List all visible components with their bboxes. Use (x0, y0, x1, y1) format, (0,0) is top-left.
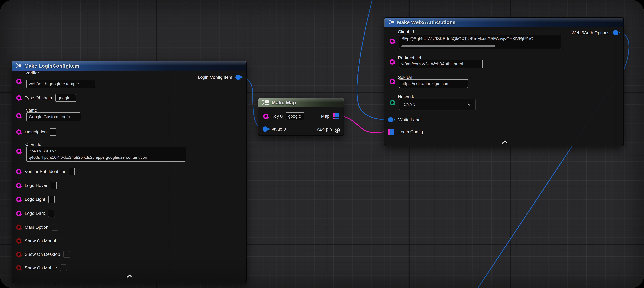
show-on-mobile-checkbox[interactable] (60, 264, 67, 271)
client-id-scrollbar[interactable] (402, 45, 495, 47)
node-header[interactable]: Make Web3AuthOptions (384, 18, 624, 27)
client-id-pin[interactable] (390, 39, 395, 44)
show-on-modal-checkbox[interactable] (59, 237, 66, 244)
white-label-pin[interactable] (388, 117, 393, 123)
value0-label: Value 0 (272, 127, 286, 132)
verifier-value-box[interactable]: web3auth-google-example (26, 80, 95, 88)
client-id-value-box[interactable]: BEglQSgt4cUWcj6SKRdu5QkOXTsePmMcusG5EAoy… (399, 35, 561, 49)
show-on-desktop-pin[interactable] (16, 252, 21, 257)
logo-light-label: Logo Light (25, 197, 45, 202)
network-pin[interactable] (390, 100, 395, 105)
logo-light-value-box[interactable] (48, 196, 54, 203)
main-option-label: Main Option (25, 225, 48, 230)
add-pin-button[interactable] (334, 127, 340, 134)
node-header[interactable]: Make LoginConfigItem (12, 61, 246, 71)
node-title: Make Map (272, 100, 296, 105)
show-on-desktop-label: Show On Desktop (25, 252, 60, 257)
verifier-sub-identifier-label: Verifier Sub Identifier (25, 169, 65, 174)
main-option-checkbox[interactable] (52, 224, 58, 231)
logo-dark-label: Logo Dark (25, 211, 45, 216)
make-map-icon (262, 99, 269, 106)
make-struct-icon (15, 63, 22, 69)
blueprint-graph-canvas[interactable]: Make LoginConfigItem Login Config Item V… (0, 0, 644, 288)
show-on-modal-label: Show On Modal (25, 238, 56, 243)
wire-map-to-loginconfig[interactable] (340, 116, 388, 133)
description-pin[interactable] (16, 129, 21, 135)
type-of-login-label: Type Of Login (25, 95, 52, 100)
redirect-url-label: Redirect Url (398, 55, 421, 60)
name-pin[interactable] (16, 113, 21, 118)
client-id-label: Client Id (25, 142, 42, 147)
redirect-url-value-box[interactable]: w3a://com.w3a.Web3AuthUnreal (399, 60, 483, 68)
client-id-value-box[interactable]: 774338308167- q463s7kpvja16l4l0kko3nb925… (26, 147, 186, 162)
sdk-url-label: Sdk Url (398, 75, 412, 80)
verifier-pin[interactable] (16, 79, 21, 84)
node-make-web3authoptions[interactable]: Make Web3AuthOptions Web 3Auth Options C… (384, 17, 624, 146)
login-config-pin[interactable] (388, 129, 394, 136)
show-on-mobile-pin[interactable] (16, 265, 21, 270)
client-id-line1: 774338308167- (29, 149, 58, 153)
key0-pin[interactable] (263, 114, 268, 119)
verifier-sub-identifier-value-box[interactable] (68, 168, 75, 175)
redirect-url-pin[interactable] (390, 59, 395, 65)
sdk-url-pin[interactable] (390, 79, 395, 84)
white-label-label: White Label (398, 117, 422, 122)
sdk-url-value-box[interactable]: https://sdk.openlogin.com (399, 79, 468, 88)
collapse-advanced-pins-button[interactable] (502, 140, 508, 144)
logo-hover-label: Logo Hover (25, 183, 48, 188)
chevron-down-icon (467, 102, 471, 107)
type-of-login-pin[interactable] (16, 95, 21, 101)
web3auth-options-output-pin[interactable] (613, 30, 618, 36)
network-dropdown[interactable]: CYAN (399, 99, 476, 110)
client-id-label: Client Id (398, 29, 414, 34)
value0-pin[interactable] (263, 126, 268, 132)
node-header[interactable]: Make Map (258, 98, 344, 107)
logo-dark-pin[interactable] (16, 211, 21, 216)
client-id-value: BEglQSgt4cUWcj6SKRdu5QkOXTsePmMcusG5EAoy… (402, 36, 533, 41)
main-option-pin[interactable] (16, 225, 21, 230)
name-label: Name (25, 108, 37, 113)
show-on-modal-pin[interactable] (16, 238, 21, 243)
login-config-label: Login Config (398, 129, 423, 134)
node-title: Make Web3AuthOptions (397, 20, 456, 25)
verifier-label: Verifier (25, 71, 39, 76)
node-make-map[interactable]: Make Map Key 0 google Map Value 0 Add pi… (258, 98, 344, 136)
type-of-login-value-box[interactable]: google (55, 94, 76, 102)
map-output-label: Map (321, 114, 330, 119)
node-make-loginconfigitem[interactable]: Make LoginConfigItem Login Config Item V… (12, 61, 246, 283)
login-config-item-output-pin[interactable] (236, 75, 241, 80)
wire-top-to-whitelabel[interactable] (357, 0, 387, 120)
add-pin-label: Add pin (317, 126, 332, 132)
logo-hover-value-box[interactable] (50, 182, 57, 189)
output-pin-label: Login Config Item (198, 75, 232, 80)
description-label: Description (25, 130, 47, 134)
map-output-pin[interactable] (332, 113, 340, 120)
key0-value-box[interactable]: google (286, 112, 304, 120)
verifier-sub-identifier-pin[interactable] (16, 169, 21, 174)
output-pin-label: Web 3Auth Options (572, 30, 610, 36)
name-value-box[interactable]: Google Custom Login (26, 112, 81, 121)
make-struct-icon (388, 19, 394, 26)
network-value: CYAN (404, 102, 416, 107)
key0-label: Key 0 (272, 114, 283, 119)
show-on-mobile-label: Show On Mobile (25, 265, 57, 270)
collapse-advanced-pins-button[interactable] (126, 274, 133, 278)
network-label: Network (398, 94, 414, 99)
logo-dark-value-box[interactable] (48, 210, 54, 217)
logo-light-pin[interactable] (16, 197, 21, 202)
description-value-box[interactable] (50, 128, 56, 136)
client-id-pin[interactable] (16, 149, 21, 154)
client-id-line2: q463s7kpvja16l4l0kko3nb925ikds2p.apps.go… (29, 155, 148, 160)
node-title: Make LoginConfigItem (24, 63, 79, 69)
show-on-desktop-checkbox[interactable] (63, 251, 70, 258)
logo-hover-pin[interactable] (16, 183, 21, 188)
